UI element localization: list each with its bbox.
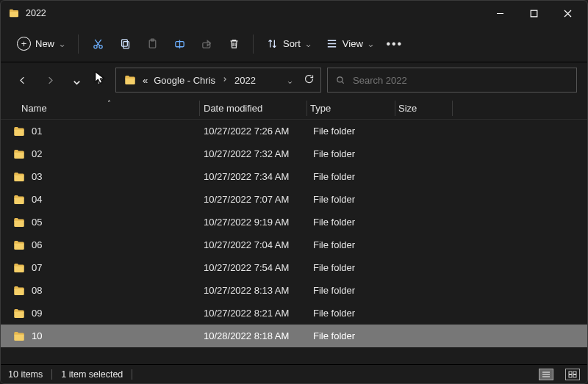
table-row[interactable]: 0310/27/2022 7:34 AMFile folder [1, 165, 587, 188]
table-row[interactable]: 1010/28/2022 8:18 AMFile folder [1, 325, 587, 347]
share-button[interactable] [194, 32, 219, 57]
svg-rect-4 [121, 40, 127, 46]
status-count: 10 items [8, 369, 43, 380]
breadcrumb-part[interactable]: Google - Chris [154, 75, 215, 86]
cell-name: 08 [32, 285, 201, 296]
back-button[interactable] [11, 69, 33, 91]
folder-icon [12, 239, 26, 252]
table-row[interactable]: 0210/27/2022 7:32 AMFile folder [1, 142, 587, 165]
cell-date: 10/27/2022 7:32 AM [201, 148, 307, 159]
breadcrumb-overflow[interactable]: « [143, 75, 148, 86]
cell-type: File folder [307, 171, 395, 182]
folder-icon [12, 148, 26, 161]
sort-button[interactable]: Sort [260, 32, 318, 57]
window-title: 2022 [26, 8, 46, 18]
folder-icon [12, 193, 26, 206]
cell-type: File folder [307, 126, 395, 137]
table-row[interactable]: 0110/27/2022 7:26 AMFile folder [1, 120, 587, 142]
table-row[interactable]: 0410/27/2022 7:07 AMFile folder [1, 188, 587, 211]
sort-icon [266, 37, 279, 50]
breadcrumb-part[interactable]: 2022 [234, 75, 256, 86]
search-input[interactable] [353, 75, 569, 86]
toolbar: + New Sort View ••• [1, 26, 587, 62]
cell-type: File folder [307, 330, 395, 341]
minimize-button[interactable] [483, 1, 517, 25]
search-box[interactable] [327, 68, 577, 93]
table-row[interactable]: 0910/27/2022 8:21 AMFile folder [1, 302, 587, 325]
column-separator[interactable] [395, 101, 395, 116]
copy-button[interactable] [112, 32, 137, 57]
new-button[interactable]: + New [11, 32, 71, 57]
sort-indicator-icon: ˄ [107, 99, 111, 107]
cell-date: 10/27/2022 7:07 AM [201, 194, 307, 205]
folder-icon [12, 284, 26, 297]
cell-name: 02 [32, 148, 201, 159]
maximize-button[interactable] [517, 1, 551, 25]
close-button[interactable] [551, 1, 584, 25]
svg-rect-8 [202, 43, 209, 48]
recent-button[interactable] [67, 69, 82, 91]
cell-type: File folder [307, 262, 395, 273]
cell-name: 10 [32, 330, 201, 341]
column-headers: ˄ Name Date modified Type Size [1, 98, 587, 120]
svg-point-9 [337, 77, 343, 82]
thumbnails-view-button[interactable] [565, 369, 580, 380]
paste-button[interactable] [140, 32, 165, 57]
cell-date: 10/27/2022 7:04 AM [201, 239, 307, 250]
search-icon [335, 75, 345, 85]
svg-rect-10 [569, 372, 572, 374]
titlebar: 2022 [1, 1, 587, 26]
svg-rect-0 [531, 10, 537, 17]
cell-name: 06 [32, 239, 201, 250]
status-bar: 10 items 1 item selected [1, 364, 587, 383]
folder-icon [12, 170, 26, 184]
separator [132, 369, 132, 380]
cell-type: File folder [307, 217, 395, 228]
svg-rect-11 [573, 372, 576, 374]
column-date[interactable]: Date modified [198, 103, 304, 114]
folder-icon [12, 125, 26, 138]
sort-label: Sort [283, 38, 301, 49]
address-history-button[interactable] [287, 77, 293, 84]
folder-icon [12, 261, 26, 275]
chevron-down-icon [59, 40, 65, 47]
table-row[interactable]: 0710/27/2022 7:54 AMFile folder [1, 256, 587, 279]
column-separator[interactable] [306, 101, 307, 116]
column-separator[interactable] [199, 101, 200, 116]
svg-rect-13 [573, 374, 576, 377]
separator [253, 35, 254, 54]
folder-icon [12, 216, 26, 229]
cell-name: 03 [32, 171, 201, 182]
up-button[interactable] [87, 69, 110, 91]
status-selected: 1 item selected [61, 369, 123, 380]
table-row[interactable]: 0810/27/2022 8:13 AMFile folder [1, 279, 587, 302]
view-button[interactable]: View [320, 32, 380, 57]
view-icon [326, 37, 338, 50]
cut-button[interactable] [85, 32, 110, 57]
address-bar[interactable]: « Google - Chris 2022 [115, 68, 321, 93]
chevron-right-icon [221, 76, 229, 84]
folder-icon [12, 330, 26, 343]
cell-date: 10/27/2022 7:26 AM [201, 126, 307, 137]
column-separator[interactable] [452, 101, 453, 116]
delete-button[interactable] [221, 32, 246, 57]
more-button[interactable]: ••• [382, 32, 407, 57]
navigation-row: « Google - Chris 2022 [1, 62, 587, 98]
separator [78, 35, 79, 54]
cell-type: File folder [307, 308, 395, 319]
rename-button[interactable] [167, 32, 192, 57]
cell-name: 04 [32, 194, 201, 205]
refresh-button[interactable] [304, 73, 315, 87]
chevron-down-icon [368, 40, 374, 47]
forward-button[interactable] [39, 69, 61, 91]
plus-icon: + [17, 37, 31, 51]
cell-type: File folder [307, 285, 395, 296]
table-row[interactable]: 0610/27/2022 7:04 AMFile folder [1, 233, 587, 256]
new-label: New [35, 38, 54, 49]
column-size[interactable]: Size [392, 103, 451, 114]
chevron-down-icon [305, 40, 312, 47]
table-row[interactable]: 0510/27/2022 9:19 AMFile folder [1, 211, 587, 233]
column-type[interactable]: Type [304, 103, 392, 114]
cell-name: 09 [32, 308, 201, 319]
details-view-button[interactable] [539, 369, 553, 380]
